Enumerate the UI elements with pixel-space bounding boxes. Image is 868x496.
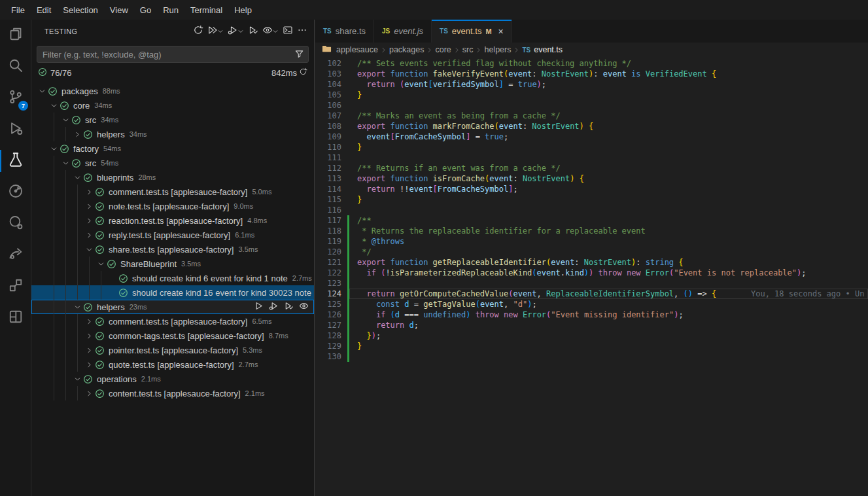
code-line-content[interactable]: if (d === undefined) throw new Error("Ev…: [349, 310, 868, 320]
menu-file[interactable]: File: [5, 3, 31, 18]
breadcrumb-item-helpers[interactable]: helpers: [484, 45, 511, 54]
chevron-right-icon[interactable]: [84, 361, 94, 368]
activity-item-extension-linked[interactable]: [0, 271, 31, 302]
code-line-content[interactable]: return d;: [349, 320, 868, 330]
test-tree-row[interactable]: helpers23ms: [31, 300, 314, 314]
test-tree-row[interactable]: src54ms: [31, 156, 314, 170]
close-icon[interactable]: ×: [498, 26, 504, 37]
test-tree-row[interactable]: note.test.ts [applesauce-factory]9.0ms: [31, 199, 314, 213]
test-tree-row[interactable]: should create kind 16 event for kind 300…: [31, 285, 314, 300]
test-tree-row[interactable]: should create kind 6 event for kind 1 no…: [31, 271, 314, 285]
code-line-content[interactable]: if (!isParameterizedReplaceableKind(even…: [349, 268, 868, 278]
chevron-right-icon[interactable]: [84, 390, 94, 397]
code-line-content[interactable]: });: [349, 330, 868, 341]
chevron-down-icon[interactable]: [37, 88, 47, 95]
code-line-content[interactable]: [349, 100, 868, 111]
breadcrumb-item-core[interactable]: core: [435, 45, 451, 54]
code-line-content[interactable]: }: [349, 142, 868, 152]
chevron-right-icon[interactable]: [84, 188, 94, 196]
test-tree-row[interactable]: ShareBlueprint3.5ms: [31, 257, 314, 271]
test-tree-row[interactable]: core34ms: [31, 98, 314, 113]
test-tree-row[interactable]: reply.test.ts [applesauce-factory]6.1ms: [31, 228, 314, 242]
code-line-content[interactable]: [349, 278, 868, 289]
activity-item-run-and-debug[interactable]: [0, 114, 31, 145]
code-editor[interactable]: 102/** Sets events verified flag without…: [315, 57, 868, 362]
test-tree-row[interactable]: packages88ms: [31, 84, 314, 98]
code-line-content[interactable]: /** Marks an event as being from a cache…: [349, 111, 868, 121]
debug-test-button[interactable]: [269, 301, 279, 313]
chevron-down-icon[interactable]: [60, 160, 71, 167]
test-tree-row[interactable]: share.test.ts [applesauce-factory]3.5ms: [31, 242, 314, 257]
chevron-down-icon[interactable]: [238, 26, 244, 37]
chevron-down-icon[interactable]: [60, 116, 71, 124]
test-tree-row[interactable]: operations2.1ms: [31, 372, 314, 386]
more-actions-button[interactable]: [296, 23, 309, 40]
breadcrumb-item-src[interactable]: src: [462, 45, 474, 54]
chevron-down-icon[interactable]: [84, 246, 94, 253]
code-line-content[interactable]: event[FromCacheSymbol] = true;: [349, 132, 868, 142]
test-tree-row[interactable]: common-tags.test.ts [applesauce-factory]…: [31, 328, 314, 343]
test-tree-row[interactable]: pointer.test.ts [applesauce-factory]5.3m…: [31, 343, 314, 357]
test-tree-row[interactable]: src34ms: [31, 113, 314, 127]
breadcrumb-file[interactable]: TSevent.ts: [522, 45, 563, 54]
code-line-content[interactable]: [349, 351, 868, 362]
code-line-content[interactable]: /** Sets events verified flag without ch…: [349, 58, 868, 69]
activity-item-search[interactable]: [0, 51, 31, 82]
test-tree-row[interactable]: comment.test.ts [applesauce-factory]6.5m…: [31, 314, 314, 328]
breadcrumb-item-packages[interactable]: packages: [389, 45, 425, 54]
code-line-content[interactable]: const d = getTagValue(event, "d");: [349, 299, 868, 310]
code-line-content[interactable]: export function fakeVerifyEvent(event: N…: [349, 69, 868, 79]
menu-selection[interactable]: Selection: [57, 3, 103, 18]
chevron-down-icon[interactable]: [48, 145, 59, 152]
chevron-right-icon[interactable]: [84, 203, 94, 210]
activity-item-testing[interactable]: [0, 145, 31, 177]
test-tree-row[interactable]: factory54ms: [31, 141, 314, 156]
code-line-content[interactable]: return (event[verifiedSymbol] = true);: [349, 79, 868, 90]
test-tree-row[interactable]: helpers34ms: [31, 127, 314, 141]
debug-all-tests-button[interactable]: [226, 23, 245, 40]
code-line-content[interactable]: export function isFromCache(event: Nostr…: [349, 173, 868, 184]
show-output-button[interactable]: [281, 23, 294, 40]
watch-test-button[interactable]: [299, 301, 309, 313]
run-test-button[interactable]: [254, 301, 264, 313]
chevron-right-icon[interactable]: [84, 332, 94, 340]
coverage-test-button[interactable]: [284, 301, 294, 313]
code-line-content[interactable]: export function markFromCache(event: Nos…: [349, 121, 868, 132]
continuous-run-button[interactable]: [261, 23, 280, 40]
activity-item-explorer[interactable]: [0, 20, 31, 51]
menu-terminal[interactable]: Terminal: [184, 3, 228, 18]
chevron-down-icon[interactable]: [72, 174, 82, 181]
run-all-tests-button[interactable]: [206, 23, 225, 40]
tab-event.js[interactable]: JSevent.js: [374, 20, 432, 43]
chevron-right-icon[interactable]: [84, 347, 94, 354]
test-tree-row[interactable]: quote.test.ts [applesauce-factory]2.7ms: [31, 357, 314, 372]
chevron-down-icon[interactable]: [72, 304, 82, 311]
run-with-coverage-button[interactable]: [247, 23, 260, 40]
code-line-content[interactable]: */: [349, 247, 868, 257]
breadcrumb-item-applesauce[interactable]: applesauce: [336, 45, 378, 54]
code-line-content[interactable]: /**: [349, 215, 868, 226]
chevron-down-icon[interactable]: [273, 26, 279, 37]
code-line-content[interactable]: export function getReplaceableIdentifier…: [349, 257, 868, 268]
chevron-down-icon[interactable]: [95, 260, 106, 268]
activity-item-extension-nodes[interactable]: [0, 177, 31, 208]
chevron-right-icon[interactable]: [84, 318, 94, 325]
activity-item-extension-preview[interactable]: [0, 208, 31, 239]
menu-run[interactable]: Run: [157, 3, 184, 18]
chevron-right-icon[interactable]: [84, 232, 94, 239]
menu-view[interactable]: View: [104, 3, 134, 18]
activity-item-extension-layout[interactable]: [0, 302, 31, 334]
code-line-content[interactable]: }: [349, 341, 868, 351]
code-line-content[interactable]: /** Returns if an event was from a cache…: [349, 163, 868, 173]
chevron-down-icon[interactable]: [72, 376, 82, 383]
chevron-right-icon[interactable]: [84, 217, 94, 224]
refresh-tests-button[interactable]: [192, 23, 205, 40]
rerun-icon[interactable]: [299, 67, 307, 78]
code-line-content[interactable]: return getOrComputeCachedValue(event, Re…: [349, 289, 868, 299]
test-tree-row[interactable]: comment.test.ts [applesauce-factory]5.0m…: [31, 185, 314, 199]
test-filter-input[interactable]: [37, 46, 309, 63]
activity-item-extension-share[interactable]: [0, 239, 31, 271]
code-line-content[interactable]: * Returns the replaceable identifier for…: [349, 226, 868, 236]
code-line-content[interactable]: [349, 152, 868, 163]
test-tree-row[interactable]: blueprints28ms: [31, 170, 314, 185]
